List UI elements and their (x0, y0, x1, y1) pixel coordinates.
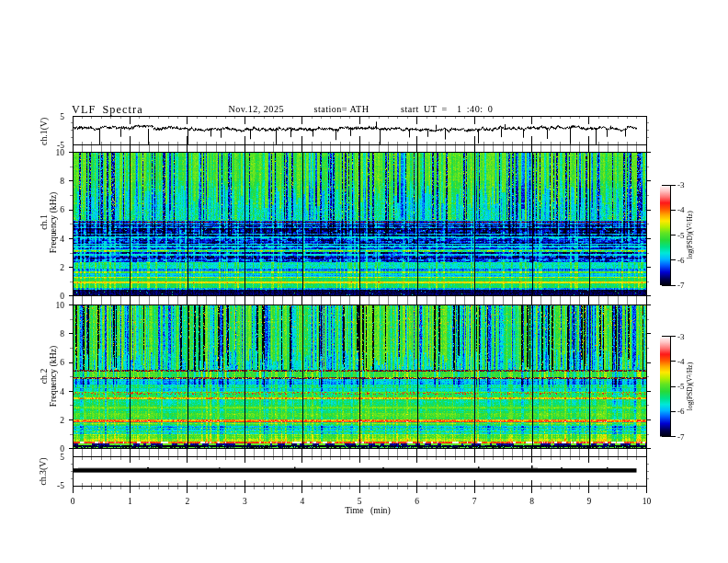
svg-text:-3: -3 (677, 332, 685, 341)
svg-text:4: 4 (60, 235, 64, 244)
svg-text:4: 4 (300, 497, 304, 506)
svg-text:start UT = 1 :40: 0: start UT = 1 :40: 0 (401, 104, 493, 114)
svg-text:8: 8 (60, 177, 64, 186)
svg-text:log(PSD)(V2/Hz): log(PSD)(V2/Hz) (686, 362, 694, 410)
svg-text:0: 0 (60, 292, 64, 301)
svg-text:-7: -7 (677, 432, 685, 442)
svg-text:10: 10 (56, 148, 65, 157)
svg-text:10: 10 (643, 497, 652, 506)
svg-text:station= ATH: station= ATH (314, 104, 370, 114)
svg-text:Frequency (kHz): Frequency (kHz) (48, 346, 59, 408)
svg-text:2: 2 (60, 416, 64, 425)
svg-text:VLF Spectra: VLF Spectra (72, 103, 143, 116)
svg-text:ch.3(V): ch.3(V) (38, 457, 49, 485)
svg-text:2: 2 (186, 497, 190, 506)
svg-text:-5: -5 (677, 382, 685, 391)
svg-text:-4: -4 (677, 357, 685, 366)
svg-text:-6: -6 (677, 407, 685, 416)
svg-text:Frequency (kHz): Frequency (kHz) (48, 192, 59, 254)
svg-text:Nov.12, 2025: Nov.12, 2025 (229, 104, 285, 114)
svg-text:8: 8 (529, 497, 534, 506)
svg-text:7: 7 (472, 497, 477, 506)
svg-text:6: 6 (60, 358, 64, 367)
svg-text:ch.1(V): ch.1(V) (39, 118, 50, 145)
svg-text:5: 5 (60, 112, 64, 121)
svg-text:log(PSD)(V2/Hz): log(PSD)(V2/Hz) (686, 211, 694, 259)
svg-text:8: 8 (60, 329, 64, 339)
svg-text:10: 10 (56, 301, 65, 310)
svg-text:6: 6 (60, 205, 64, 214)
svg-text:6: 6 (415, 497, 419, 506)
svg-text:5: 5 (60, 453, 64, 462)
svg-text:-3: -3 (677, 180, 685, 190)
svg-text:-5: -5 (57, 481, 64, 490)
svg-text:2: 2 (60, 263, 64, 272)
svg-text:9: 9 (587, 497, 592, 506)
svg-text:Time (min): Time (min) (345, 505, 391, 516)
svg-text:-5: -5 (677, 231, 685, 240)
svg-text:-6: -6 (677, 256, 685, 265)
svg-text:4: 4 (60, 387, 64, 396)
svg-text:-4: -4 (677, 205, 685, 214)
svg-text:0: 0 (71, 497, 75, 506)
svg-text:1: 1 (128, 497, 132, 506)
svg-text:3: 3 (243, 497, 247, 506)
svg-text:-7: -7 (677, 281, 685, 290)
